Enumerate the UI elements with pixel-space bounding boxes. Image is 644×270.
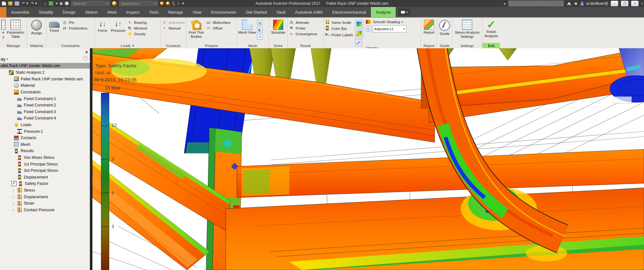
redo-icon[interactable]: ↷ ▾ xyxy=(30,0,37,7)
simulate-button[interactable]: Simulate xyxy=(270,19,286,35)
frictionless-constraint-button[interactable]: ⇄ Frictionless xyxy=(62,26,87,30)
tree-item-safety-factor[interactable]: ✓ Safety Factor xyxy=(0,180,90,187)
find-thin-bodies-button[interactable]: Find Thin Bodies xyxy=(187,19,205,39)
home-view-icon[interactable]: ⌂ xyxy=(44,0,46,7)
group-label-report[interactable]: Report xyxy=(421,43,437,48)
tab-get-started[interactable]: Get Started xyxy=(241,7,272,17)
pressure-button[interactable]: ↓↑ Pressure xyxy=(110,19,126,33)
tab-manage[interactable]: Manage xyxy=(163,7,188,17)
tree-item-fixed-constraint-3[interactable]: Fixed Constraint:3 xyxy=(0,109,90,115)
group-label-contacts[interactable]: Contacts xyxy=(161,43,186,48)
undo-icon[interactable]: ↶ ▾ xyxy=(22,0,28,7)
tree-item-displacement-folder[interactable]: ›Displacement xyxy=(0,193,90,200)
panel-divider[interactable] xyxy=(90,48,92,270)
tree-item-stress-folder[interactable]: ›Stress xyxy=(0,187,90,194)
model-viewport[interactable]: Type: Safety Factor Unit: ul 30-9-2016, … xyxy=(92,48,644,270)
app-logo[interactable] xyxy=(0,7,6,17)
tree-item-material[interactable]: Material xyxy=(0,82,90,89)
offset-button[interactable]: ≡! Offset xyxy=(206,26,231,30)
local-mesh-control-icon[interactable]: ◧ xyxy=(257,27,263,33)
material-combo[interactable]: Material ▾ xyxy=(71,1,110,6)
same-scale-button[interactable]: Same Scale xyxy=(325,20,353,25)
tree-item-results[interactable]: Results xyxy=(0,148,90,154)
panel-toggle-icon[interactable]: ▸ xyxy=(504,1,506,6)
adjust-appearance-icon[interactable] xyxy=(160,2,164,5)
color-bar-button[interactable]: Color Bar xyxy=(325,26,353,31)
group-label-material[interactable]: Material xyxy=(27,43,46,48)
tab-sketch[interactable]: Sketch xyxy=(80,7,103,17)
convergence-button[interactable]: ∿ Convergence xyxy=(289,31,317,36)
user-avatar-icon[interactable] xyxy=(580,2,584,5)
gravity-load-button[interactable]: Gravity xyxy=(127,31,147,36)
expander-icon[interactable]: › xyxy=(13,208,17,212)
new-file-icon[interactable] xyxy=(2,2,6,5)
mesh-settings-icon[interactable]: ▤ xyxy=(257,20,263,26)
min-max-probe-tool[interactable] xyxy=(355,39,362,46)
group-label-mesh[interactable]: Mesh xyxy=(237,43,269,48)
shading-select[interactable]: Smooth Shading ▾ xyxy=(366,20,406,24)
toolbar-overflow-icon[interactable]: ▾ xyxy=(182,0,184,7)
browser-help-icon[interactable]: ? xyxy=(83,56,88,61)
close-button[interactable]: × xyxy=(631,1,639,6)
minimize-button[interactable]: – xyxy=(611,1,618,6)
tab-electromechanical[interactable]: Electromechanical xyxy=(328,7,371,17)
appearance-combo[interactable]: Appearance ▾ xyxy=(119,1,158,6)
manual-contacts-button[interactable]: ▪ Manual xyxy=(162,26,185,30)
browser-close-icon[interactable]: × xyxy=(85,50,88,55)
tab-assemble[interactable]: Assemble xyxy=(6,7,34,17)
group-label-settings[interactable]: Settings xyxy=(452,43,482,48)
tree-item-loads[interactable]: Loads xyxy=(0,122,90,128)
restore-button[interactable]: ❒ xyxy=(621,1,628,6)
pin-constraint-button[interactable]: ◎ Pin xyxy=(62,20,87,25)
contour-probe-tool[interactable] xyxy=(355,30,363,38)
component-dropdown-icon[interactable]: ▾ xyxy=(56,0,58,7)
assign-material-button[interactable]: Assign xyxy=(28,19,45,35)
mesh-view-button[interactable]: Mesh View xyxy=(238,19,256,35)
tab-weld[interactable]: Weld xyxy=(103,7,121,17)
group-label-exit[interactable]: Exit xyxy=(482,43,500,48)
group-label-guide[interactable]: Guide xyxy=(437,43,452,48)
tree-item-assembly[interactable]: Pallet Rack UNP zonder Welds.iam xyxy=(0,76,90,83)
plus-icon[interactable]: + xyxy=(178,0,180,7)
favorites-star-icon[interactable]: ★ xyxy=(574,1,578,6)
expander-icon[interactable]: › xyxy=(13,188,17,192)
presenter-icon[interactable] xyxy=(566,1,571,6)
render-icon[interactable] xyxy=(65,2,69,5)
parametric-table-button[interactable]: Parametric Table xyxy=(6,19,25,39)
stress-analysis-settings-button[interactable]: Stress Analysis Settings xyxy=(453,19,481,39)
tab-design[interactable]: Design xyxy=(58,7,80,17)
contour-display-tool[interactable] xyxy=(355,20,363,28)
tab-vault[interactable]: Vault xyxy=(272,7,290,17)
browser-selected-row[interactable]: allet Rack UNP zonder Welds.iam xyxy=(0,63,90,69)
probe-labels-button[interactable]: ⚑9 Probe Labels xyxy=(325,32,353,37)
tree-item-contact-pressure-folder[interactable]: ›Contact Pressure xyxy=(0,206,90,213)
tree-item-constraints[interactable]: Constraints xyxy=(0,89,90,96)
tree-item-contacts[interactable]: Contacts xyxy=(0,135,90,141)
group-label-result[interactable]: Result xyxy=(288,43,323,48)
group-label-prepare[interactable]: Prepare xyxy=(186,43,237,48)
group-label-solve[interactable]: Solve xyxy=(269,43,287,48)
probe-button[interactable]: ⚑ Probe xyxy=(289,26,317,30)
create-study-button-clipped[interactable]: e y xyxy=(1,19,6,39)
tree-item-3rd-principal-stress[interactable]: 3rd Principal Stress xyxy=(0,167,90,174)
tab-analysis[interactable]: Analysis xyxy=(371,7,396,17)
group-label-constraints[interactable]: Constraints xyxy=(46,43,95,48)
group-label-loads[interactable]: Loads▼ xyxy=(95,43,160,48)
report-button[interactable]: Report xyxy=(422,19,436,35)
save-icon[interactable] xyxy=(15,1,19,6)
midsurface-button[interactable]: Midsurface xyxy=(206,20,231,25)
tab-tools[interactable]: Tools xyxy=(144,7,163,17)
fx-parameters-icon[interactable]: fx xyxy=(172,0,175,8)
tree-item-fixed-constraint-1[interactable]: Fixed Constraint:1 xyxy=(0,95,90,102)
open-icon[interactable] xyxy=(8,2,12,5)
joint-icon[interactable] xyxy=(60,2,63,5)
finish-analysis-button[interactable]: ✓ Finish Analysis xyxy=(483,19,499,38)
group-label-manage[interactable]: Manage xyxy=(0,43,27,48)
bearing-load-button[interactable]: ✳ Bearing xyxy=(127,20,147,25)
tree-item-strain-folder[interactable]: ›Strain xyxy=(0,200,90,207)
force-button[interactable]: ↓↓ Force xyxy=(96,19,109,33)
color-wheel-icon[interactable] xyxy=(112,1,117,6)
guide-button[interactable]: Guide xyxy=(438,19,451,36)
tree-item-displacement[interactable]: Displacement xyxy=(0,174,90,181)
tree-item-static-analysis[interactable]: Static Analysis:2 xyxy=(0,69,90,76)
